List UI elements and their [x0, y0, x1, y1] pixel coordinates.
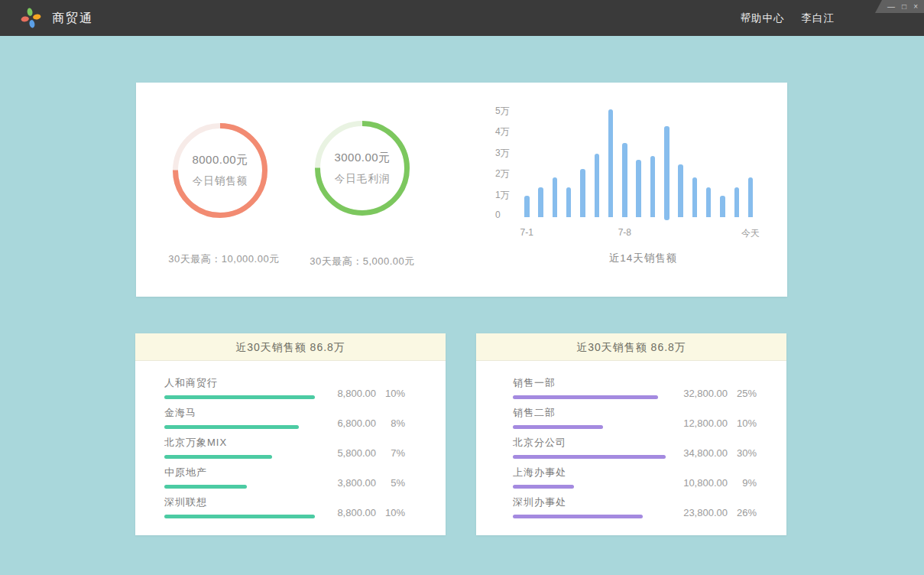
bar-chart-yticks: 5万4万3万2万1万0 — [495, 83, 520, 236]
bar — [538, 187, 543, 217]
row-percent: 30% — [728, 447, 757, 459]
row-percent: 25% — [728, 388, 757, 399]
bar — [664, 126, 669, 220]
row-percent: 7% — [376, 447, 405, 459]
list-item: 中原地产 3,800.00 5% — [135, 459, 446, 489]
card-title: 近30天销售额 86.8万 — [135, 333, 446, 361]
bar — [706, 187, 712, 217]
row-percent: 5% — [376, 477, 405, 489]
row-bar — [513, 455, 666, 459]
row-label: 销售二部 — [513, 406, 673, 420]
bar — [650, 156, 656, 217]
bar — [553, 177, 558, 217]
bar-chart-title: 近14天销售额 — [524, 252, 762, 265]
row-amount: 8,800.00 — [321, 388, 376, 399]
row-bar — [164, 515, 315, 518]
sales-by-department-card: 近30天销售额 86.8万 销售一部 32,800.00 25% 销售二部 12… — [476, 333, 786, 535]
list-item: 销售二部 12,800.00 10% — [476, 399, 786, 429]
y-axis-tick: 1万 — [495, 189, 518, 202]
list-item: 深圳联想 8,800.00 10% — [135, 489, 446, 518]
sales-by-customer-card: 近30天销售额 86.8万 人和商贸行 8,800.00 10% 金海马 6,8… — [135, 333, 446, 535]
card-title: 近30天销售额 86.8万 — [476, 333, 786, 361]
user-name[interactable]: 李白江 — [802, 11, 835, 25]
bar — [622, 143, 627, 217]
row-bar — [164, 455, 272, 459]
bar — [595, 154, 600, 217]
row-label: 中原地产 — [164, 466, 321, 479]
row-label: 销售一部 — [513, 376, 673, 390]
profit-30d-max: 30天最高：5,000.00元 — [278, 255, 446, 268]
bar-chart-bars — [524, 110, 762, 217]
maximize-button[interactable]: □ — [902, 1, 906, 12]
today-profit-value: 3000.00元 — [334, 151, 390, 165]
bar — [720, 196, 725, 217]
row-bar — [513, 485, 574, 489]
row-label: 人和商贸行 — [164, 376, 321, 390]
row-bar — [513, 515, 643, 518]
y-axis-tick: 3万 — [495, 147, 518, 160]
row-label: 深圳办事处 — [513, 495, 673, 509]
row-label: 北京分公司 — [513, 436, 673, 450]
list-item: 上海办事处 10,800.00 9% — [476, 459, 786, 489]
row-label: 深圳联想 — [164, 495, 321, 509]
row-amount: 3,800.00 — [321, 477, 376, 489]
x-axis-tick: 7-8 — [605, 227, 644, 238]
y-axis-tick: 2万 — [495, 167, 518, 180]
close-button[interactable]: × — [913, 1, 918, 12]
row-percent: 8% — [376, 417, 405, 429]
row-amount: 12,800.00 — [673, 417, 728, 429]
app-title: 商贸通 — [52, 0, 93, 36]
row-bar — [164, 425, 299, 429]
row-label: 上海办事处 — [513, 466, 673, 479]
bar — [734, 187, 740, 217]
list-item: 人和商贸行 8,800.00 10% — [135, 369, 446, 399]
titlebar-nav: 帮助中心 李白江 — [741, 0, 835, 36]
bar — [566, 187, 572, 217]
minimize-button[interactable]: — — [887, 1, 895, 12]
bar — [748, 177, 754, 217]
today-sales-donut: 8000.00元 今日销售额 — [173, 123, 267, 218]
y-axis-tick: 5万 — [495, 105, 518, 118]
help-center-link[interactable]: 帮助中心 — [741, 11, 785, 25]
today-profit-label: 今日毛利润 — [335, 172, 391, 186]
row-percent: 10% — [728, 417, 757, 429]
y-axis-tick: 4万 — [495, 125, 518, 138]
row-amount: 23,800.00 — [673, 507, 728, 518]
row-amount: 10,800.00 — [673, 477, 728, 489]
row-bar — [164, 485, 247, 489]
row-percent: 10% — [376, 388, 405, 399]
list-item: 金海马 6,800.00 8% — [135, 399, 446, 429]
bar — [524, 196, 530, 217]
app-logo-icon — [21, 8, 41, 28]
list-item: 深圳办事处 23,800.00 26% — [476, 489, 786, 518]
x-axis-tick: 今天 — [731, 227, 770, 240]
row-percent: 26% — [728, 507, 757, 518]
bar-chart-xticks: 7-17-8今天 — [524, 227, 762, 239]
row-label: 北京万象MIX — [164, 436, 321, 450]
x-axis-tick: 7-1 — [507, 227, 546, 238]
today-sales-label: 今日销售额 — [193, 174, 248, 188]
today-sales-value: 8000.00元 — [192, 153, 248, 167]
titlebar: 商贸通 帮助中心 李白江 — □ × — [0, 0, 924, 36]
bar — [692, 177, 698, 217]
row-percent: 9% — [728, 477, 757, 489]
row-amount: 6,800.00 — [321, 417, 376, 429]
row-amount: 32,800.00 — [673, 388, 728, 399]
bar — [678, 164, 683, 217]
row-label: 金海马 — [164, 406, 321, 420]
row-amount: 5,800.00 — [321, 447, 376, 459]
today-profit-donut: 3000.00元 今日毛利润 — [315, 121, 410, 216]
window-controls: — □ × — [875, 0, 924, 13]
bar — [608, 109, 614, 217]
list-item: 北京万象MIX 5,800.00 7% — [135, 429, 446, 459]
row-bar — [513, 395, 658, 399]
row-bar — [164, 395, 315, 399]
row-bar — [513, 425, 603, 429]
row-percent: 10% — [376, 507, 405, 518]
y-axis-tick: 0 — [495, 210, 518, 220]
list-item: 北京分公司 34,800.00 30% — [476, 429, 786, 459]
row-amount: 34,800.00 — [673, 447, 728, 459]
row-amount: 8,800.00 — [321, 507, 376, 518]
bar — [580, 169, 585, 217]
bar — [636, 160, 641, 217]
